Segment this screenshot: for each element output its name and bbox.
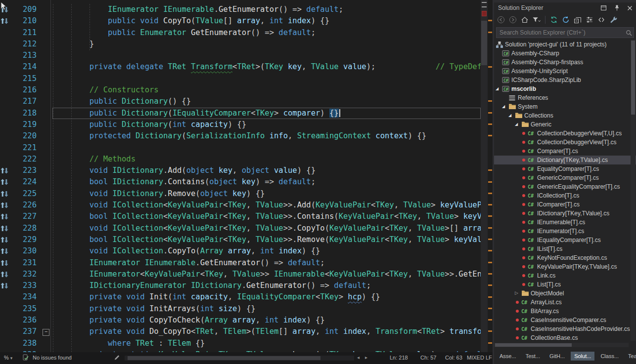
code-line[interactable]: IDictionaryEnumerator IDictionary.GetEnu… (52, 280, 481, 291)
code-line[interactable]: IEnumerator<KeyValuePair<TKey, TValue>> … (52, 269, 481, 280)
tree-item[interactable]: C#EqualityComparer[T].cs (494, 164, 636, 173)
code-line[interactable]: void ICollection<KeyValuePair<TKey, TVal… (52, 223, 481, 234)
line-number[interactable]: 229 (10, 234, 39, 245)
override-indicator-icon[interactable] (0, 245, 10, 257)
code-line[interactable]: // Constructors (52, 84, 481, 96)
tree-item[interactable]: ◢C#mscorlib (494, 84, 636, 93)
panel-tab[interactable]: Asse... (496, 352, 520, 361)
home-icon[interactable] (520, 15, 529, 24)
code-line[interactable]: bool ICollection<KeyValuePair<TKey, TVal… (52, 211, 481, 222)
tree-item[interactable]: C#GenericComparer[T].cs (494, 173, 636, 182)
panel-tab[interactable]: Class... (597, 352, 622, 361)
code-line[interactable]: private delegate TRet Transform<TRet>(TK… (52, 61, 481, 73)
override-indicator-icon[interactable] (0, 257, 10, 269)
line-number[interactable]: 230 (10, 245, 39, 257)
tree-item[interactable]: ◢Collections (494, 111, 636, 120)
code-line[interactable]: bool ICollection<KeyValuePair<TKey, TVal… (52, 234, 481, 245)
line-number[interactable]: 236 (10, 315, 39, 326)
line-number[interactable]: 211 (10, 27, 39, 39)
chevron-expanded-icon[interactable]: ◢ (502, 104, 505, 109)
preview-icon[interactable] (597, 15, 606, 24)
line-number[interactable]: 223 (10, 165, 39, 176)
chevron-expanded-icon[interactable]: ◢ (508, 113, 511, 118)
tree-vertical-scrollbar[interactable] (631, 40, 636, 341)
override-indicator-icon[interactable] (0, 280, 10, 291)
tree-item[interactable]: C#Comparer[T].cs (494, 147, 636, 156)
horizontal-scrollbar-thumb[interactable] (128, 356, 320, 360)
chevron-expanded-icon[interactable]: ◢ (515, 122, 518, 126)
code-line[interactable] (52, 73, 481, 84)
collapse-all-icon[interactable] (573, 15, 582, 24)
code-line[interactable]: protected Dictionary(SerializationInfo i… (52, 130, 481, 142)
code-line[interactable]: public void CopyTo(TValue[] array, int i… (52, 15, 481, 27)
tree-item[interactable]: References (494, 93, 636, 102)
tree-item[interactable]: C#Assembly-CSharp-firstpass (494, 58, 636, 67)
tree-item[interactable]: C#ICollection[T].cs (494, 191, 636, 200)
filter-icon[interactable] (532, 15, 541, 24)
zoom-control[interactable]: % ▾ (4, 355, 12, 361)
glyph-margin[interactable] (0, 4, 10, 352)
code-line[interactable]: private void CopyToCheck(Array array, in… (52, 315, 481, 326)
status-line-ending[interactable]: LF (486, 355, 492, 361)
tree-item[interactable]: C#CollectionDebuggerView[T,U].cs (494, 129, 636, 138)
line-number[interactable]: 210 (10, 15, 39, 27)
scroll-left-icon[interactable]: ◂ (357, 355, 360, 360)
line-number-gutter[interactable]: 2092102112122132142152162172182192202212… (10, 4, 39, 352)
tree-item[interactable]: C#KeyValuePair[TKey,TValue].cs (494, 262, 636, 271)
pin-icon[interactable] (613, 4, 620, 11)
panel-tab[interactable]: GitH... (546, 352, 568, 361)
tree-item[interactable]: C#CollectionBase.cs (494, 333, 636, 342)
tree-item[interactable]: C#GenericEqualityComparer[T].cs (494, 182, 636, 191)
override-indicator-icon[interactable] (0, 176, 10, 188)
code-line[interactable]: void ICollection<KeyValuePair<TKey, TVal… (52, 200, 481, 211)
override-indicator-icon[interactable] (0, 269, 10, 280)
line-number[interactable]: 226 (10, 200, 39, 211)
line-number[interactable]: 233 (10, 280, 39, 291)
tree-item[interactable]: C#Assembly-CSharp (494, 49, 636, 58)
wrench-icon[interactable] (609, 15, 618, 24)
line-number[interactable]: 237 (10, 326, 39, 337)
tree-item[interactable]: C#IEnumerator[T].cs (494, 227, 636, 236)
issues-indicator[interactable]: No issues found (33, 355, 72, 361)
override-indicator-icon[interactable] (0, 165, 10, 176)
tree-vscroll-thumb[interactable] (631, 40, 635, 115)
window-menu-icon[interactable] (600, 4, 607, 11)
status-column[interactable]: Col: 63 (445, 355, 462, 361)
scrollbar-thumb[interactable] (481, 21, 487, 65)
line-number[interactable]: 222 (10, 154, 39, 165)
scroll-right-icon[interactable]: ▸ (365, 355, 367, 360)
line-number[interactable]: 227 (10, 211, 39, 222)
search-box[interactable] (496, 27, 634, 38)
tree-item[interactable]: C#Link.cs (494, 271, 636, 280)
line-number[interactable]: 231 (10, 257, 39, 269)
tree-item[interactable]: C#CaseInsensitiveComparer.cs (494, 316, 636, 324)
override-indicator-icon[interactable] (0, 223, 10, 234)
line-number[interactable]: 232 (10, 269, 39, 280)
code-line[interactable] (52, 50, 481, 61)
line-number[interactable]: 228 (10, 223, 39, 234)
tree-item[interactable]: C#BitArray.cs (494, 307, 636, 316)
code-line[interactable]: private void InitArrays(int size) {} (52, 303, 481, 315)
line-number[interactable]: 212 (10, 39, 39, 50)
line-number[interactable]: 238 (10, 338, 39, 349)
chevron-expanded-icon[interactable]: ◢ (496, 86, 499, 91)
tree-hscroll-thumb[interactable] (495, 343, 572, 347)
fold-collapse-icon[interactable]: − (43, 329, 49, 336)
tree-item[interactable]: C#IEnumerable[T].cs (494, 218, 636, 227)
tree-item[interactable]: C#IDictionary[TKey,TValue].cs (494, 209, 636, 218)
override-indicator-icon[interactable] (0, 200, 10, 211)
status-line[interactable]: Ln: 218 (390, 355, 408, 361)
pencil-icon[interactable] (114, 354, 120, 362)
forward-icon[interactable] (508, 15, 517, 24)
tree-item[interactable]: C#ICSharpCode.SharpZipLib (494, 76, 636, 84)
sync-icon[interactable] (549, 15, 558, 24)
split-grip-icon[interactable] (482, 2, 487, 7)
line-number[interactable]: 234 (10, 291, 39, 303)
line-number[interactable]: 224 (10, 176, 39, 188)
code-line[interactable]: where TRet : TElem {} (52, 338, 481, 349)
tree-item[interactable]: C#IComparer[T].cs (494, 200, 636, 209)
panel-tab[interactable]: Tea... (625, 352, 636, 361)
line-number[interactable]: 216 (10, 84, 39, 96)
code-line-current[interactable]: public Dictionary(IEqualityComparer<TKey… (52, 108, 481, 119)
panel-title-bar[interactable]: Solution Explorer (494, 2, 636, 13)
